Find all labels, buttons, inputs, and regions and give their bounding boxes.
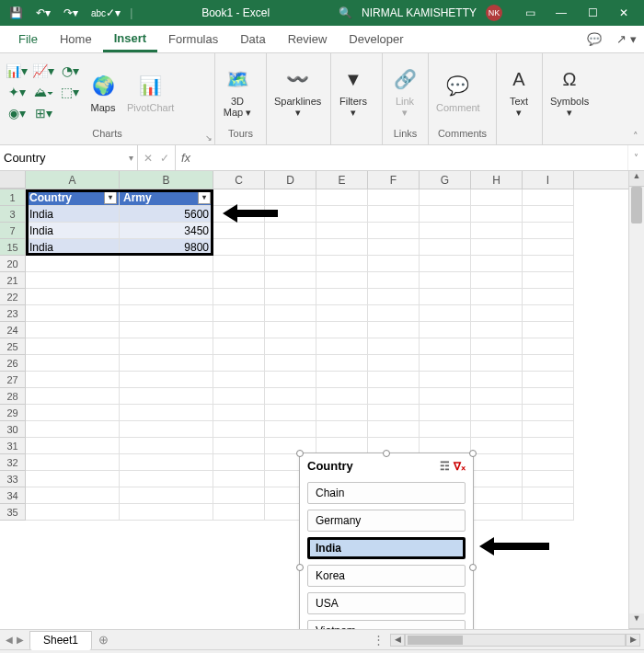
cell[interactable]: [471, 388, 523, 405]
cell[interactable]: [523, 239, 574, 256]
cell[interactable]: [213, 239, 265, 256]
enter-formula-icon[interactable]: ✓: [160, 152, 169, 165]
hscroll-right-icon[interactable]: ▶: [626, 634, 640, 647]
cell[interactable]: [26, 471, 120, 487]
cell[interactable]: [265, 372, 316, 388]
cell[interactable]: [26, 487, 120, 504]
cell[interactable]: [523, 421, 574, 438]
cell[interactable]: [26, 372, 120, 388]
cell[interactable]: [316, 421, 368, 438]
cancel-formula-icon[interactable]: ✕: [144, 152, 153, 165]
row-header[interactable]: 24: [0, 322, 26, 338]
row-header[interactable]: 32: [0, 454, 26, 471]
sheet-tab[interactable]: Sheet1: [29, 631, 92, 650]
filters-button[interactable]: ▼ Filters ▾: [335, 63, 372, 120]
cell[interactable]: [213, 405, 265, 421]
cell[interactable]: [265, 322, 316, 338]
vertical-scrollbar[interactable]: ▲ ▼: [628, 171, 644, 629]
cell[interactable]: [368, 189, 420, 206]
cell[interactable]: [523, 355, 574, 372]
scroll-up-icon[interactable]: ▲: [629, 171, 644, 187]
cell[interactable]: [420, 421, 471, 438]
cell[interactable]: [213, 272, 265, 289]
cell[interactable]: [213, 504, 265, 521]
cell[interactable]: [471, 471, 523, 487]
cell[interactable]: [316, 206, 368, 223]
slicer-item[interactable]: India: [307, 537, 466, 559]
cell[interactable]: [523, 206, 574, 223]
cell[interactable]: [213, 289, 265, 305]
row-header[interactable]: 1: [0, 189, 26, 206]
search-icon[interactable]: 🔍: [339, 6, 352, 19]
cell[interactable]: [26, 289, 120, 305]
cell[interactable]: [471, 372, 523, 388]
cell[interactable]: [523, 223, 574, 239]
row-header[interactable]: 30: [0, 421, 26, 438]
cell[interactable]: [523, 189, 574, 206]
cell[interactable]: [368, 272, 420, 289]
cell[interactable]: [26, 504, 120, 521]
cell[interactable]: 3450: [120, 223, 213, 239]
charts-launcher-icon[interactable]: ↘: [205, 133, 213, 143]
cell[interactable]: [368, 256, 420, 272]
cell[interactable]: [213, 256, 265, 272]
cell[interactable]: [523, 256, 574, 272]
sparklines-button[interactable]: 〰️ Sparklines ▾: [270, 63, 325, 120]
cell[interactable]: [265, 256, 316, 272]
cell[interactable]: [120, 272, 213, 289]
cell[interactable]: [420, 206, 471, 223]
clear-filter-icon[interactable]: ∇ₓ: [454, 460, 466, 473]
combo-chart-icon[interactable]: ⬚▾: [57, 82, 83, 102]
cell[interactable]: [523, 338, 574, 355]
slicer-country[interactable]: Country ☶ ∇ₓ ChainGermanyIndiaKoreaUSAVi…: [299, 453, 474, 629]
formula-input[interactable]: [196, 145, 627, 170]
user-avatar[interactable]: NK: [486, 5, 502, 21]
cell[interactable]: [316, 289, 368, 305]
cell[interactable]: [120, 421, 213, 438]
scroll-thumb[interactable]: [631, 187, 642, 223]
cell[interactable]: [120, 388, 213, 405]
cell[interactable]: [471, 239, 523, 256]
cell[interactable]: [368, 355, 420, 372]
cell[interactable]: [471, 305, 523, 322]
tab-file[interactable]: File: [7, 26, 49, 52]
slicer-item[interactable]: USA: [307, 592, 466, 614]
cell[interactable]: [213, 223, 265, 239]
cell[interactable]: [316, 256, 368, 272]
cell[interactable]: [368, 305, 420, 322]
column-header[interactable]: D: [265, 171, 316, 189]
cell[interactable]: [316, 388, 368, 405]
cell[interactable]: [523, 305, 574, 322]
cell[interactable]: [26, 322, 120, 338]
cell[interactable]: [120, 338, 213, 355]
cell[interactable]: [213, 372, 265, 388]
row-header[interactable]: 7: [0, 223, 26, 239]
cell[interactable]: [420, 289, 471, 305]
line-chart-icon[interactable]: 📈▾: [30, 61, 56, 81]
cell[interactable]: [120, 504, 213, 521]
cell[interactable]: [471, 405, 523, 421]
user-name[interactable]: NIRMAL KAMISHETTY: [362, 6, 477, 19]
bar-chart-icon[interactable]: 📊▾: [4, 61, 29, 81]
row-header[interactable]: 26: [0, 355, 26, 372]
name-box-dropdown-icon[interactable]: ▾: [129, 153, 133, 163]
row-header[interactable]: 15: [0, 239, 26, 256]
cell[interactable]: [265, 405, 316, 421]
charts-gallery[interactable]: 📊▾ 📈▾ ◔▾ ✦▾ ⛰▾ ⬚▾ ◉▾ ⊞▾: [4, 61, 83, 123]
column-header[interactable]: B: [120, 171, 213, 189]
scatter-chart-icon[interactable]: ✦▾: [4, 82, 29, 102]
cell[interactable]: [523, 272, 574, 289]
column-header[interactable]: F: [368, 171, 420, 189]
cell[interactable]: [120, 322, 213, 338]
cell[interactable]: [420, 355, 471, 372]
cell[interactable]: [120, 355, 213, 372]
row-header[interactable]: 22: [0, 289, 26, 305]
tab-insert[interactable]: Insert: [103, 26, 157, 52]
cell[interactable]: [316, 322, 368, 338]
tab-home[interactable]: Home: [49, 26, 103, 52]
cell[interactable]: [265, 272, 316, 289]
cell[interactable]: [471, 438, 523, 454]
cell[interactable]: [26, 272, 120, 289]
cell[interactable]: [368, 206, 420, 223]
cell[interactable]: [471, 355, 523, 372]
